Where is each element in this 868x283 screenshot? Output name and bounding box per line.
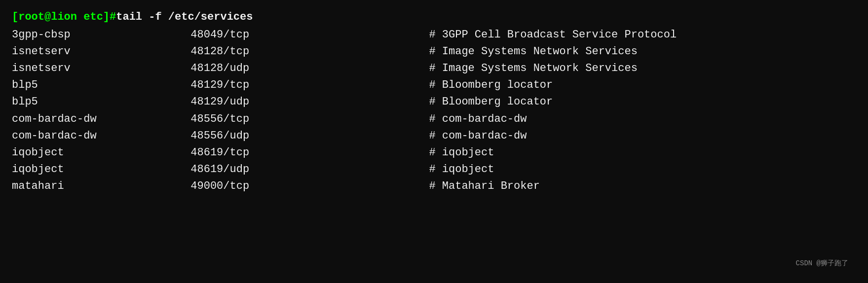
table-row: com-bardac-dw48556/udp# com-bardac-dw	[12, 128, 856, 144]
service-port: 48556/udp	[190, 128, 429, 144]
prompt-line: [root@lion etc]# tail -f /etc/services	[12, 9, 856, 26]
service-name: com-bardac-dw	[12, 128, 190, 144]
service-comment: # Image Systems Network Services	[429, 43, 856, 60]
table-row: com-bardac-dw48556/tcp# com-bardac-dw	[12, 111, 856, 128]
service-comment: # Matahari Broker	[429, 178, 856, 195]
service-name: iqobject	[12, 144, 190, 161]
table-row: iqobject48619/udp# iqobject	[12, 161, 856, 178]
service-name: blp5	[12, 94, 190, 110]
service-name: blp5	[12, 77, 190, 94]
service-port: 49000/tcp	[190, 178, 429, 195]
service-port: 48619/tcp	[190, 144, 429, 161]
service-name: 3gpp-cbsp	[12, 27, 190, 43]
service-port: 48556/tcp	[190, 111, 429, 128]
service-comment: # com-bardac-dw	[429, 128, 856, 144]
prompt-command: tail -f /etc/services	[116, 9, 253, 26]
table-row: blp548129/udp# Bloomberg locator	[12, 94, 856, 110]
service-name: matahari	[12, 178, 190, 195]
table-row: blp548129/tcp# Bloomberg locator	[12, 77, 856, 94]
service-port: 48619/udp	[190, 161, 429, 178]
table-row: 3gpp-cbsp48049/tcp# 3GPP Cell Broadcast …	[12, 27, 856, 43]
service-table: 3gpp-cbsp48049/tcp# 3GPP Cell Broadcast …	[12, 27, 856, 195]
service-port: 48128/udp	[190, 60, 429, 77]
service-port: 48049/tcp	[190, 27, 429, 43]
service-name: com-bardac-dw	[12, 111, 190, 128]
service-comment: # Bloomberg locator	[429, 94, 856, 110]
service-port: 48129/udp	[190, 94, 429, 110]
prompt-user: [root@lion etc]#	[12, 9, 116, 26]
service-comment: # iqobject	[429, 144, 856, 161]
service-comment: # com-bardac-dw	[429, 111, 856, 128]
table-row: isnetserv48128/tcp# Image Systems Networ…	[12, 43, 856, 60]
service-name: isnetserv	[12, 43, 190, 60]
watermark: CSDN @狮子跑了	[796, 258, 848, 269]
service-port: 48129/tcp	[190, 77, 429, 94]
service-name: iqobject	[12, 161, 190, 178]
table-row: isnetserv48128/udp# Image Systems Networ…	[12, 60, 856, 77]
table-row: iqobject48619/tcp# iqobject	[12, 144, 856, 161]
table-row: matahari49000/tcp# Matahari Broker	[12, 178, 856, 195]
terminal-window: [root@lion etc]# tail -f /etc/services 3…	[12, 9, 856, 274]
service-comment: # 3GPP Cell Broadcast Service Protocol	[429, 27, 856, 43]
service-comment: # Bloomberg locator	[429, 77, 856, 94]
service-name: isnetserv	[12, 60, 190, 77]
service-comment: # iqobject	[429, 161, 856, 178]
service-comment: # Image Systems Network Services	[429, 60, 856, 77]
service-port: 48128/tcp	[190, 43, 429, 60]
